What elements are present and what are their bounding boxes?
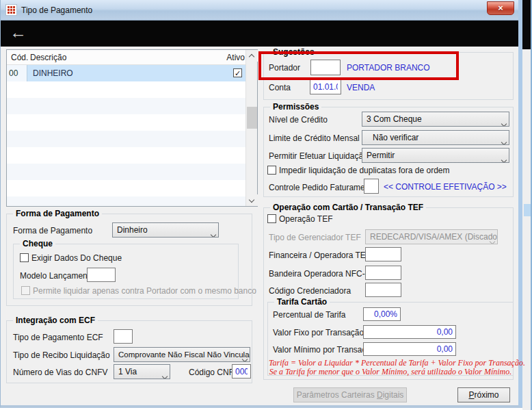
app-icon (6, 5, 16, 15)
scrollbar-thumb[interactable] (247, 107, 257, 129)
operacao-tef-checkbox[interactable] (267, 214, 276, 223)
percentual-tarifa-label: Percentual de Tarifa (273, 310, 346, 320)
impedir-liquidacao-checkbox[interactable] (267, 166, 276, 175)
impedir-liquidacao-label: Impedir liquidação de duplicatas fora de… (279, 166, 449, 175)
modelo-lancamento-input[interactable] (87, 268, 116, 282)
financeira-tef-input[interactable] (365, 247, 401, 261)
payment-type-list[interactable]: Cód. Descrição Ativo 00 DINHEIRO ✓ (6, 49, 258, 207)
gerenciador-tef-label: Tipo de Gerenciador TEF (269, 233, 361, 242)
codigo-credenciadora-input[interactable] (365, 283, 401, 297)
list-scrollbar[interactable] (245, 50, 257, 206)
tipo-recibo-label: Tipo de Recibo Liquidação (13, 350, 110, 360)
chevron-down-icon (502, 135, 506, 145)
window-title: Tipo de Pagamento (21, 0, 92, 21)
cheque-group-title: Cheque (20, 239, 55, 248)
cartao-tef-group-title: Operação com Cartão / Transação TEF (270, 203, 426, 212)
back-arrow-icon[interactable]: ← (10, 23, 27, 42)
bandeira-nfce-label: Bandeira Operadora NFC-e (269, 269, 369, 279)
chevron-down-icon (163, 369, 167, 379)
tipo-pagamento-ecf-input[interactable] (114, 329, 133, 344)
ativo-checkbox[interactable]: ✓ (233, 68, 242, 77)
permite-liquidar-label: Permite liquidar apenas contra Portador … (33, 286, 256, 296)
percentual-tarifa-input[interactable] (363, 307, 401, 321)
button-label: igitais (383, 390, 404, 400)
nivel-credito-label: Nível de Crédito (269, 115, 328, 125)
column-header-descricao[interactable]: Descrição (30, 53, 66, 62)
limite-credito-value: Não verificar (373, 133, 418, 142)
bandeira-nfce-input[interactable] (365, 266, 401, 280)
parametros-carteiras-digitais-button: Parâmetros Carteiras Digitais (293, 387, 407, 402)
forma-pagamento-group-title: Forma de Pagamento (13, 209, 102, 218)
chevron-up-icon (249, 54, 254, 60)
controle-efetivacao-link[interactable]: << CONTROLE EFETIVAÇÃO >> (384, 182, 507, 192)
gerenciador-tef-select: REDECARD/VISA/AMEX (Discado) (365, 229, 498, 244)
cell-descricao[interactable]: DINHEIRO (33, 65, 73, 81)
chevron-down-icon (243, 352, 247, 362)
forma-pagamento-label: Forma de Pagamento (13, 226, 92, 235)
permitir-liquidacao-select[interactable]: Permitir (362, 148, 509, 163)
modelo-lancamento-label: Modelo Lançamento (20, 271, 94, 281)
toolbar: ← (1, 21, 518, 47)
tarifa-note-line2: Se a Tarifa for menor que o Valor Mínimo… (269, 367, 512, 377)
limite-credito-select[interactable]: Não verificar (362, 130, 509, 145)
tarifa-cartao-group-title: Tarifa Cartão (274, 297, 330, 307)
controle-pedido-input[interactable] (364, 179, 379, 194)
valor-minimo-input[interactable] (363, 342, 456, 356)
tipo-de-pagamento-dialog: Tipo de Pagamento × ← Cód. Descrição Ati… (0, 0, 522, 408)
nivel-credito-value: 3 Com Cheque (367, 114, 422, 124)
permitir-liquidacao-value: Permitir (367, 151, 395, 160)
chevron-down-icon (502, 153, 506, 163)
close-button[interactable]: × (487, 1, 514, 15)
exigir-dados-cheque-checkbox[interactable] (20, 253, 29, 262)
operacao-tef-label: Operação TEF (279, 214, 332, 224)
numero-vias-cnfv-select[interactable]: 1 Via (114, 364, 170, 379)
list-header: Cód. Descrição Ativo (7, 50, 246, 65)
conta-label: Conta (269, 83, 291, 92)
tipo-recibo-select[interactable]: Comprovante Não Fiscal Não Vinculado (114, 347, 250, 362)
valor-fixo-input[interactable] (363, 325, 456, 339)
sugestoes-group-title: Sugestões (270, 47, 317, 57)
financeira-tef-label: Financeira / Operadora TEF (269, 251, 371, 260)
forma-pagamento-select[interactable]: Dinheiro (112, 222, 219, 238)
exigir-dados-cheque-label: Exigir Dados Do Cheque (31, 253, 122, 263)
chevron-down-icon (502, 116, 506, 127)
column-header-cod[interactable]: Cód. (11, 53, 28, 62)
forma-pagamento-value: Dinheiro (117, 225, 148, 235)
button-label: róximo (475, 390, 499, 400)
conta-input[interactable] (310, 79, 341, 94)
permissoes-group-title: Permissões (270, 102, 321, 112)
background-window-sliver (522, 0, 532, 410)
portador-link[interactable]: PORTADOR BRANCO (347, 63, 430, 73)
scroll-up-button[interactable] (246, 50, 258, 62)
permitir-liquidacao-label: Permitir Efetuar Liquidação (269, 151, 368, 161)
codigo-credenciadora-label: Código Credenciadora (269, 286, 351, 296)
portador-input[interactable] (310, 60, 341, 75)
cell-cod[interactable]: 00 (7, 65, 27, 81)
column-header-ativo[interactable]: Ativo (222, 53, 245, 62)
controle-pedido-label: Controle Pedido Faturamento (269, 183, 376, 192)
button-mnemonic: D (377, 390, 383, 400)
sugestoes-group: Sugestões (263, 52, 514, 100)
nivel-credito-select[interactable]: 3 Com Cheque (362, 112, 509, 127)
limite-credito-label: Limite de Crédito Mensal (269, 133, 360, 143)
scroll-down-button[interactable] (246, 194, 258, 206)
chevron-down-icon (490, 234, 494, 244)
permite-liquidar-checkbox (21, 286, 30, 295)
integracao-ecf-group-title: Integração com ECF (13, 316, 98, 325)
valor-fixo-label: Valor Fixo por Transação (273, 328, 364, 337)
screen: Tipo de Pagamento × ← Cód. Descrição Ati… (0, 0, 532, 410)
chevron-down-icon (249, 197, 254, 203)
table-row[interactable]: 00 DINHEIRO ✓ (7, 65, 246, 81)
close-icon: × (498, 3, 503, 13)
button-mnemonic: P (468, 390, 474, 400)
background-window-selection-fragment (524, 204, 531, 216)
check-icon: ✓ (235, 69, 241, 77)
conta-link[interactable]: VENDA (347, 83, 375, 92)
portador-label: Portador (269, 63, 300, 73)
codigo-cnfv-input[interactable] (232, 364, 251, 379)
title-bar[interactable]: Tipo de Pagamento × (1, 0, 518, 21)
tipo-pagamento-ecf-label: Tipo de Pagamento ECF (13, 333, 103, 342)
proximo-button[interactable]: Próximo (457, 387, 510, 402)
gerenciador-tef-value: REDECARD/VISA/AMEX (Discado) (370, 232, 498, 242)
tipo-recibo-value: Comprovante Não Fiscal Não Vinculado (118, 350, 250, 359)
